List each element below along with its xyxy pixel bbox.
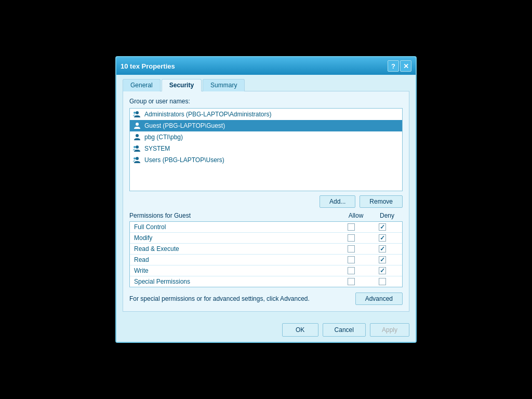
svg-point-0 [136,111,139,114]
tab-bar: General Security Summary [123,79,409,91]
allow-checkbox-read[interactable] [348,256,355,263]
perm-row-read-execute: Read & Execute ✓ [130,244,402,255]
perm-row-special: Special Permissions [130,276,402,287]
deny-checkbox-modify[interactable]: ✓ [379,234,386,242]
deny-check-col: ✓ [367,234,398,242]
user-icon [133,133,141,141]
permissions-header: Permissions for Guest Allow Deny [129,212,403,219]
allow-check-col [336,245,367,252]
svg-point-3 [136,134,139,137]
help-button[interactable]: ? [388,60,399,72]
svg-point-5 [134,146,136,148]
svg-point-2 [136,123,139,126]
ok-button[interactable]: OK [282,323,318,337]
title-bar: 10 tex Properties ? ✕ [116,57,416,75]
allow-check-col [336,234,367,242]
perm-name: Special Permissions [134,278,336,285]
permissions-for-label: Permissions for Guest [129,212,340,219]
deny-checkbox-write[interactable]: ✓ [379,267,386,274]
perm-name: Read & Execute [134,245,336,252]
title-buttons: ? ✕ [388,60,411,72]
allow-check-col [336,267,367,274]
perm-row-write: Write ✓ [130,265,402,276]
list-item[interactable]: SYSTEM [130,143,402,154]
list-item[interactable]: Users (PBG-LAPTOP\Users) [130,154,402,166]
allow-checkbox-special[interactable] [348,278,355,285]
perm-row-read: Read ✓ [130,255,402,265]
properties-dialog: 10 tex Properties ? ✕ General Security S… [115,56,417,343]
permissions-table: Full Control ✓ Modify ✓ [129,221,403,287]
deny-checkbox-full-control[interactable]: ✓ [379,223,386,231]
tab-summary[interactable]: Summary [203,79,245,91]
deny-col-header: Deny [371,212,403,219]
dialog-title: 10 tex Properties [121,62,175,70]
dialog-footer: OK Cancel Apply [116,318,416,342]
deny-checkbox-special[interactable] [379,278,386,285]
tab-content-security: Group or user names: Administrators (PBG… [123,91,409,312]
svg-point-7 [134,157,136,159]
user-icon [133,122,141,130]
allow-checkbox-read-execute[interactable] [348,245,355,252]
svg-point-4 [136,145,139,149]
deny-checkbox-read-execute[interactable]: ✓ [379,245,386,252]
allow-check-col [336,223,367,231]
allow-checkbox-modify[interactable] [348,234,355,242]
advanced-row: For special permissions or for advanced … [129,292,403,305]
user-icon [133,144,141,153]
user-list[interactable]: Administrators (PBG-LAPTOP\Administrator… [129,108,403,191]
perm-row-modify: Modify ✓ [130,233,402,244]
user-icon [133,110,141,118]
list-item[interactable]: Administrators (PBG-LAPTOP\Administrator… [130,109,402,120]
remove-button[interactable]: Remove [360,195,403,208]
perm-name: Write [134,267,336,274]
perm-name: Modify [134,234,336,242]
deny-check-col: ✓ [367,245,398,252]
add-button[interactable]: Add... [320,195,355,208]
tab-security[interactable]: Security [162,79,202,91]
user-icon [133,156,141,164]
user-action-buttons: Add... Remove [129,195,403,208]
allow-checkbox-full-control[interactable] [348,223,355,231]
svg-point-6 [136,157,139,160]
deny-check-col: ✓ [367,267,398,274]
list-item[interactable]: pbg (CTI\pbg) [130,131,402,143]
allow-check-col [336,256,367,263]
list-item[interactable]: Guest (PBG-LAPTOP\Guest) [130,120,402,131]
perm-row-full-control: Full Control ✓ [130,222,402,233]
svg-point-1 [134,112,136,114]
deny-check-col: ✓ [367,256,398,263]
close-button[interactable]: ✕ [400,60,411,72]
perm-name: Full Control [134,223,336,231]
deny-checkbox-read[interactable]: ✓ [379,256,386,263]
allow-checkbox-write[interactable] [348,267,355,274]
dialog-body: General Security Summary Group or user n… [116,75,416,318]
apply-button[interactable]: Apply [370,323,409,337]
cancel-button[interactable]: Cancel [323,323,366,337]
advanced-text: For special permissions or for advanced … [129,295,350,302]
allow-check-col [336,278,367,285]
group-label: Group or user names: [129,98,403,105]
advanced-button[interactable]: Advanced [355,292,403,305]
deny-check-col [367,278,398,285]
deny-check-col: ✓ [367,223,398,231]
allow-col-header: Allow [340,212,371,219]
perm-name: Read [134,256,336,263]
tab-general[interactable]: General [123,79,161,91]
